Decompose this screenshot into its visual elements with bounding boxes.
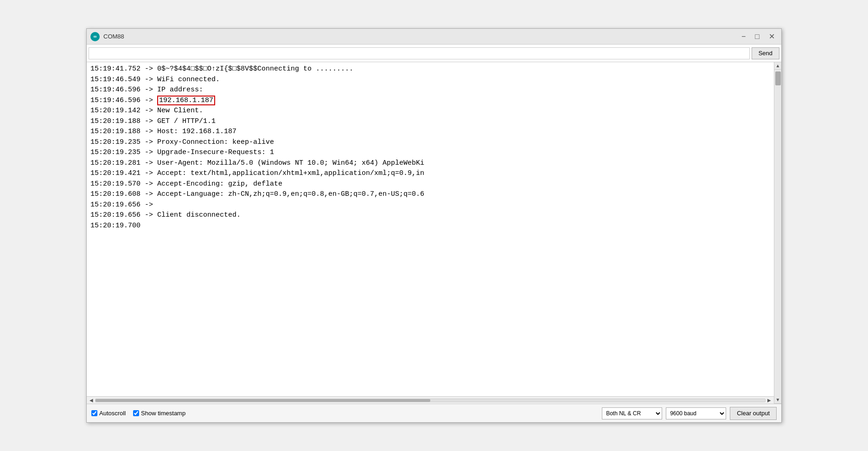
v-scroll-down-arrow[interactable]: ▼ [774, 396, 781, 404]
show-timestamp-checkbox[interactable] [133, 410, 139, 416]
serial-monitor-window: ∞ COM88 − □ ✕ Send 15:19:41.752 -> 0$~?$… [86, 28, 782, 423]
output-line: 15:20:19.656 -> Client disconnected. [87, 210, 774, 221]
status-bar: Autoscroll Show timestamp No line ending… [87, 404, 781, 422]
output-line: 15:19:41.752 -> 0$~?$4$4□$$□O↑zI{$□$8V$$… [87, 64, 774, 75]
arduino-logo-text: ∞ [93, 34, 96, 39]
output-line: 15:20:19.142 -> New Client. [87, 106, 774, 116]
clear-output-button[interactable]: Clear output [730, 407, 777, 420]
output-line: 15:20:19.421 -> Accept: text/html,applic… [87, 168, 774, 179]
send-bar: Send [87, 45, 781, 62]
output-content: 15:19:41.752 -> 0$~?$4$4□$$□O↑zI{$□$8V$$… [87, 62, 781, 404]
window-controls: − □ ✕ [739, 32, 778, 41]
h-scroll-right-arrow[interactable]: ▶ [766, 398, 773, 403]
maximize-button[interactable]: □ [752, 32, 762, 41]
v-scroll-thumb[interactable] [775, 71, 781, 85]
vertical-scrollbar[interactable]: ▲ ▼ [774, 62, 781, 404]
v-scroll-up-arrow[interactable]: ▲ [774, 62, 781, 70]
output-area[interactable]: 15:19:41.752 -> 0$~?$4$4□$$□O↑zI{$□$8V$$… [87, 62, 774, 396]
status-right: No line ending Newline Carriage return B… [602, 407, 777, 420]
output-line: 15:20:19.570 -> Accept-Encoding: gzip, d… [87, 179, 774, 190]
close-button[interactable]: ✕ [766, 32, 778, 41]
output-line: 15:19:46.549 -> WiFi connected. [87, 75, 774, 85]
status-left: Autoscroll Show timestamp [91, 410, 185, 417]
output-line: 15:20:19.188 -> GET / HTTP/1.1 [87, 116, 774, 127]
output-line: 15:20:19.235 -> Proxy-Connection: keep-a… [87, 137, 774, 148]
show-timestamp-text: Show timestamp [141, 410, 185, 417]
output-line: 15:20:19.235 -> Upgrade-Insecure-Request… [87, 148, 774, 158]
autoscroll-label[interactable]: Autoscroll [91, 410, 126, 417]
v-scroll-track[interactable] [774, 70, 781, 396]
title-bar: ∞ COM88 − □ ✕ [87, 29, 781, 45]
arduino-logo: ∞ [90, 32, 100, 41]
show-timestamp-label[interactable]: Show timestamp [133, 410, 185, 417]
ip-address-highlight: 192.168.1.187 [157, 96, 215, 105]
baud-select[interactable]: 300 baud 1200 baud 2400 baud 4800 baud 9… [666, 407, 726, 419]
output-line: 15:20:19.700 [87, 221, 774, 232]
autoscroll-text: Autoscroll [99, 410, 126, 417]
h-scroll-thumb[interactable] [96, 399, 430, 402]
h-scroll-track[interactable] [95, 399, 766, 402]
window-title: COM88 [103, 33, 124, 40]
output-line: 15:20:19.188 -> Host: 192.168.1.187 [87, 127, 774, 137]
output-line: 15:20:19.608 -> Accept-Language: zh-CN,z… [87, 189, 774, 200]
output-line-ip: 15:19:46.596 -> 192.168.1.187 [87, 96, 774, 106]
minimize-button[interactable]: − [739, 32, 748, 41]
output-line: 15:20:19.656 -> [87, 200, 774, 211]
autoscroll-checkbox[interactable] [91, 410, 97, 416]
title-bar-left: ∞ COM88 [90, 32, 124, 41]
h-scroll-left-arrow[interactable]: ◀ [88, 398, 95, 403]
horizontal-scrollbar[interactable]: ◀ ▶ [87, 396, 774, 404]
send-button[interactable]: Send [752, 47, 779, 59]
output-line: 15:20:19.281 -> User-Agent: Mozilla/5.0 … [87, 158, 774, 169]
send-input[interactable] [89, 47, 750, 59]
output-scroll-area: 15:19:41.752 -> 0$~?$4$4□$$□O↑zI{$□$8V$$… [87, 62, 774, 404]
newline-select[interactable]: No line ending Newline Carriage return B… [602, 407, 662, 419]
output-line: 15:19:46.596 -> IP address: [87, 85, 774, 96]
